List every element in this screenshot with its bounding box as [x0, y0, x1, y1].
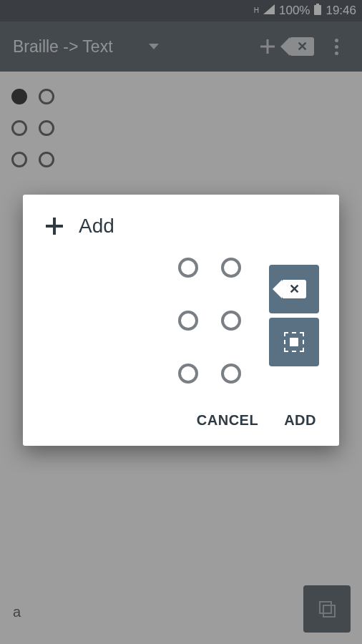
cancel-button[interactable]: CANCEL [197, 412, 258, 429]
add-dialog: Add ✕ CANCEL ADD [23, 195, 339, 446]
dialog-braille-dot-5[interactable] [221, 311, 241, 331]
dialog-select-all-button[interactable] [269, 318, 319, 366]
dialog-braille-dot-1[interactable] [178, 258, 198, 278]
dialog-header: Add [43, 215, 319, 238]
dialog-title: Add [79, 215, 114, 238]
confirm-add-button[interactable]: ADD [284, 412, 316, 429]
dialog-footer: CANCEL ADD [43, 405, 319, 433]
dialog-braille-dot-6[interactable] [221, 364, 241, 384]
dialog-backspace-button[interactable]: ✕ [269, 265, 319, 313]
select-all-icon [284, 332, 304, 352]
dialog-braille-cell[interactable] [178, 258, 241, 384]
backspace-icon: ✕ [282, 280, 306, 298]
dialog-braille-dot-4[interactable] [221, 258, 241, 278]
dialog-body: ✕ [43, 258, 319, 384]
plus-icon [43, 215, 66, 238]
dialog-braille-dot-3[interactable] [178, 364, 198, 384]
dialog-braille-dot-2[interactable] [178, 311, 198, 331]
